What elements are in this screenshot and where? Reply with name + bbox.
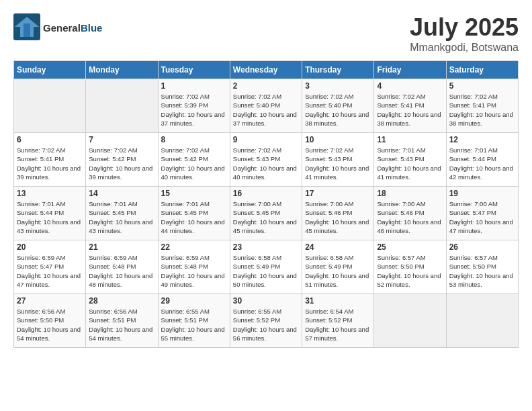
calendar-cell: 23Sunrise: 6:58 AMSunset: 5:49 PMDayligh… (230, 240, 302, 294)
calendar-cell (446, 294, 518, 348)
calendar-cell: 20Sunrise: 6:59 AMSunset: 5:47 PMDayligh… (14, 240, 86, 294)
page-header: GeneralBlue July 2025 Mmankgodi, Botswan… (13, 13, 519, 54)
day-number: 2 (233, 81, 299, 91)
calendar-cell: 18Sunrise: 7:00 AMSunset: 5:46 PMDayligh… (374, 187, 446, 240)
calendar-cell: 13Sunrise: 7:01 AMSunset: 5:44 PMDayligh… (14, 187, 86, 240)
day-number: 26 (449, 242, 515, 252)
day-info: Sunrise: 7:00 AMSunset: 5:46 PMDaylight:… (305, 199, 371, 235)
weekday-header: Monday (86, 61, 158, 79)
day-number: 12 (449, 135, 515, 144)
day-info: Sunrise: 7:00 AMSunset: 5:47 PMDaylight:… (449, 199, 515, 235)
month-title: July 2025 (410, 13, 519, 42)
day-number: 22 (161, 242, 227, 252)
day-number: 30 (233, 296, 299, 306)
day-info: Sunrise: 7:01 AMSunset: 5:43 PMDaylight:… (377, 146, 443, 181)
logo-icon (13, 13, 40, 40)
calendar-cell: 5Sunrise: 7:02 AMSunset: 5:41 PMDaylight… (446, 79, 518, 133)
title-section: July 2025 Mmankgodi, Botswana (410, 13, 519, 54)
day-number: 5 (449, 81, 515, 91)
weekday-header: Sunday (14, 61, 86, 79)
weekday-header: Thursday (302, 61, 374, 79)
day-number: 20 (17, 242, 83, 252)
day-info: Sunrise: 6:55 AMSunset: 5:51 PMDaylight:… (161, 307, 227, 342)
calendar-cell: 2Sunrise: 7:02 AMSunset: 5:40 PMDaylight… (230, 79, 302, 133)
day-info: Sunrise: 7:00 AMSunset: 5:46 PMDaylight:… (377, 199, 443, 235)
day-info: Sunrise: 7:01 AMSunset: 5:45 PMDaylight:… (161, 199, 227, 235)
day-number: 10 (305, 135, 371, 144)
day-number: 16 (233, 189, 299, 198)
day-info: Sunrise: 6:55 AMSunset: 5:52 PMDaylight:… (233, 307, 299, 342)
calendar-cell: 7Sunrise: 7:02 AMSunset: 5:42 PMDaylight… (86, 133, 158, 187)
weekday-header: Friday (374, 61, 446, 79)
location-title: Mmankgodi, Botswana (410, 42, 519, 54)
calendar-cell: 14Sunrise: 7:01 AMSunset: 5:45 PMDayligh… (86, 187, 158, 240)
day-number: 7 (89, 135, 154, 144)
calendar-cell: 21Sunrise: 6:59 AMSunset: 5:48 PMDayligh… (86, 240, 158, 294)
calendar-cell: 28Sunrise: 6:56 AMSunset: 5:51 PMDayligh… (86, 294, 158, 348)
day-number: 17 (305, 189, 371, 198)
day-info: Sunrise: 6:58 AMSunset: 5:49 PMDaylight:… (305, 253, 371, 289)
day-info: Sunrise: 7:02 AMSunset: 5:40 PMDaylight:… (233, 92, 299, 128)
calendar-cell: 12Sunrise: 7:01 AMSunset: 5:44 PMDayligh… (446, 133, 518, 187)
weekday-header: Tuesday (158, 61, 230, 79)
day-info: Sunrise: 6:54 AMSunset: 5:52 PMDaylight:… (305, 307, 371, 342)
calendar-cell (374, 294, 446, 348)
day-info: Sunrise: 6:57 AMSunset: 5:50 PMDaylight:… (449, 253, 515, 289)
day-number: 24 (305, 242, 371, 252)
calendar-cell: 10Sunrise: 7:02 AMSunset: 5:43 PMDayligh… (302, 133, 374, 187)
weekday-header-row: SundayMondayTuesdayWednesdayThursdayFrid… (14, 61, 519, 79)
day-number: 11 (377, 135, 443, 144)
calendar-cell: 9Sunrise: 7:02 AMSunset: 5:43 PMDaylight… (230, 133, 302, 187)
calendar-cell: 19Sunrise: 7:00 AMSunset: 5:47 PMDayligh… (446, 187, 518, 240)
day-number: 28 (89, 296, 154, 306)
day-number: 25 (377, 242, 443, 252)
day-info: Sunrise: 6:59 AMSunset: 5:47 PMDaylight:… (17, 253, 83, 289)
weekday-header: Saturday (446, 61, 518, 79)
calendar-cell: 16Sunrise: 7:00 AMSunset: 5:45 PMDayligh… (230, 187, 302, 240)
day-number: 31 (305, 296, 371, 306)
calendar-cell: 15Sunrise: 7:01 AMSunset: 5:45 PMDayligh… (158, 187, 230, 240)
calendar-cell: 29Sunrise: 6:55 AMSunset: 5:51 PMDayligh… (158, 294, 230, 348)
calendar-week-row: 6Sunrise: 7:02 AMSunset: 5:41 PMDaylight… (14, 133, 519, 187)
day-info: Sunrise: 7:02 AMSunset: 5:42 PMDaylight:… (89, 146, 154, 181)
logo-general: General (43, 22, 81, 34)
day-number: 27 (17, 296, 83, 306)
calendar-cell: 30Sunrise: 6:55 AMSunset: 5:52 PMDayligh… (230, 294, 302, 348)
day-number: 23 (233, 242, 299, 252)
day-info: Sunrise: 6:57 AMSunset: 5:50 PMDaylight:… (377, 253, 443, 289)
calendar-week-row: 20Sunrise: 6:59 AMSunset: 5:47 PMDayligh… (14, 240, 519, 294)
day-info: Sunrise: 7:02 AMSunset: 5:43 PMDaylight:… (233, 146, 299, 181)
day-info: Sunrise: 7:02 AMSunset: 5:39 PMDaylight:… (161, 92, 227, 128)
calendar-cell (14, 79, 86, 133)
day-number: 8 (161, 135, 227, 144)
calendar-cell: 22Sunrise: 6:59 AMSunset: 5:48 PMDayligh… (158, 240, 230, 294)
day-number: 3 (305, 81, 371, 91)
calendar-cell: 11Sunrise: 7:01 AMSunset: 5:43 PMDayligh… (374, 133, 446, 187)
calendar-cell: 27Sunrise: 6:56 AMSunset: 5:50 PMDayligh… (14, 294, 86, 348)
day-number: 29 (161, 296, 227, 306)
calendar-cell (86, 79, 158, 133)
day-number: 4 (377, 81, 443, 91)
day-info: Sunrise: 7:01 AMSunset: 5:44 PMDaylight:… (449, 146, 515, 181)
weekday-header: Wednesday (230, 61, 302, 79)
calendar-cell: 3Sunrise: 7:02 AMSunset: 5:40 PMDaylight… (302, 79, 374, 133)
calendar-cell: 4Sunrise: 7:02 AMSunset: 5:41 PMDaylight… (374, 79, 446, 133)
day-number: 1 (161, 81, 227, 91)
day-info: Sunrise: 7:02 AMSunset: 5:40 PMDaylight:… (305, 92, 371, 128)
day-info: Sunrise: 6:56 AMSunset: 5:51 PMDaylight:… (89, 307, 154, 342)
calendar-week-row: 1Sunrise: 7:02 AMSunset: 5:39 PMDaylight… (14, 79, 519, 133)
calendar-cell: 1Sunrise: 7:02 AMSunset: 5:39 PMDaylight… (158, 79, 230, 133)
day-info: Sunrise: 7:02 AMSunset: 5:43 PMDaylight:… (305, 146, 371, 181)
day-number: 18 (377, 189, 443, 198)
calendar-cell: 26Sunrise: 6:57 AMSunset: 5:50 PMDayligh… (446, 240, 518, 294)
calendar-table: SundayMondayTuesdayWednesdayThursdayFrid… (13, 60, 519, 348)
day-number: 15 (161, 189, 227, 198)
calendar-cell: 31Sunrise: 6:54 AMSunset: 5:52 PMDayligh… (302, 294, 374, 348)
day-number: 9 (233, 135, 299, 144)
calendar-cell: 8Sunrise: 7:02 AMSunset: 5:42 PMDaylight… (158, 133, 230, 187)
day-info: Sunrise: 6:58 AMSunset: 5:49 PMDaylight:… (233, 253, 299, 289)
calendar-week-row: 27Sunrise: 6:56 AMSunset: 5:50 PMDayligh… (14, 294, 519, 348)
day-number: 21 (89, 242, 154, 252)
day-info: Sunrise: 7:02 AMSunset: 5:41 PMDaylight:… (17, 146, 83, 181)
day-info: Sunrise: 6:59 AMSunset: 5:48 PMDaylight:… (161, 253, 227, 289)
